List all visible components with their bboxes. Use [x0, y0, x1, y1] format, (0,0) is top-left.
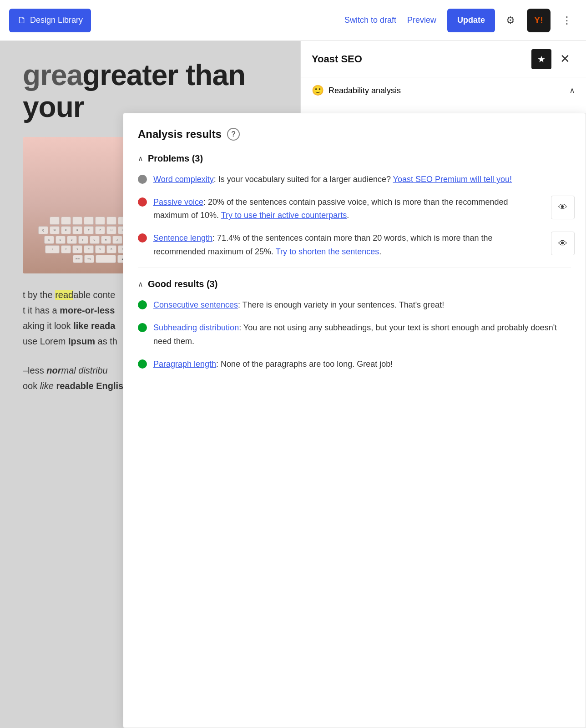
status-dot-green-paragraph	[138, 359, 147, 369]
section-divider	[138, 268, 571, 268]
item-text-consecutive: Consecutive sentences: There is enough v…	[153, 298, 566, 312]
analysis-item-sentence-length: Sentence length: 71.4% of the sentences …	[138, 232, 571, 258]
panel-header-actions: ★ ✕	[531, 49, 575, 69]
toolbar-right: ⚙ Y! ⋮	[500, 9, 577, 32]
key	[50, 217, 60, 225]
key: D	[67, 236, 77, 244]
analysis-item-subheading: Subheading distribution: You are not usi…	[138, 321, 571, 348]
key: C	[84, 245, 94, 253]
shorten-sentences-link[interactable]: Try to shorten the sentences	[276, 247, 379, 256]
toolbar: 🗋 Design Library Switch to draft Preview…	[0, 0, 586, 41]
analysis-title: Analysis results	[138, 128, 222, 141]
status-dot-red-passive	[138, 197, 147, 207]
sentence-length-eye-button[interactable]: 👁	[551, 232, 575, 255]
key: Alt Gr	[73, 255, 83, 263]
help-icon[interactable]: ?	[227, 128, 240, 141]
subheading-distribution-link[interactable]: Subheading distribution	[153, 323, 239, 332]
star-button[interactable]: ★	[531, 49, 551, 69]
eye-icon-2: 👁	[558, 238, 567, 249]
key: E	[61, 226, 71, 234]
key: Q	[38, 226, 48, 234]
key: X	[72, 245, 82, 253]
key: H	[101, 236, 111, 244]
analysis-item-word-complexity: Word complexity: Is your vocabulary suit…	[138, 173, 571, 187]
good-results-section-toggle[interactable]: ∧ Good results (3)	[138, 279, 571, 289]
item-text-passive-voice: Passive voice: 20% of the sentences cont…	[153, 196, 539, 222]
item-text-sentence-length: Sentence length: 71.4% of the sentences …	[153, 232, 539, 258]
analysis-item-consecutive: Consecutive sentences: There is enough v…	[138, 298, 571, 312]
readability-section[interactable]: 🙂 Readability analysis ∧	[301, 77, 586, 104]
more-options-button[interactable]: ⋮	[557, 10, 577, 30]
design-library-button[interactable]: 🗋 Design Library	[9, 9, 91, 32]
item-text-word-complexity: Word complexity: Is your vocabulary suit…	[153, 173, 566, 187]
preview-button[interactable]: Preview	[407, 15, 436, 25]
status-dot-red-sentence	[138, 233, 147, 243]
analysis-item-passive-voice: Passive voice: 20% of the sentences cont…	[138, 196, 571, 222]
status-dot-gray	[138, 175, 147, 184]
key: R	[72, 226, 82, 234]
key	[72, 217, 82, 225]
settings-button[interactable]: ⚙	[500, 10, 520, 30]
key: V	[95, 245, 105, 253]
key: ⇧	[45, 245, 60, 253]
yoast-avatar: Y!	[527, 9, 551, 32]
item-text-subheading: Subheading distribution: You are not usi…	[153, 321, 566, 348]
key: F	[78, 236, 88, 244]
close-icon: ✕	[560, 52, 570, 66]
key: A	[44, 236, 54, 244]
good-results-label: Good results (3)	[148, 279, 217, 289]
key: Strg	[84, 255, 94, 263]
passive-voice-link[interactable]: Passive voice	[153, 197, 203, 207]
analysis-item-paragraph: Paragraph length: None of the paragraphs…	[138, 358, 571, 371]
key: W	[50, 226, 60, 234]
paragraph-length-link[interactable]: Paragraph length	[153, 359, 216, 369]
toolbar-center: Switch to draft Preview Update	[344, 9, 495, 32]
chevron-up-icon: ∧	[138, 154, 143, 163]
smiley-icon: 🙂	[312, 85, 324, 96]
active-counterparts-link[interactable]: Try to use their active counterparts	[221, 211, 347, 220]
toolbar-left: 🗋 Design Library	[9, 9, 339, 32]
consecutive-sentences-link[interactable]: Consecutive sentences	[153, 300, 238, 309]
settings-icon: ⚙	[506, 15, 515, 26]
page-icon: 🗋	[17, 15, 26, 25]
key: S	[56, 236, 66, 244]
key	[61, 217, 71, 225]
key: G	[90, 236, 100, 244]
item-text-paragraph: Paragraph length: None of the paragraphs…	[153, 358, 566, 371]
word-complexity-link[interactable]: Word complexity	[153, 175, 214, 184]
key: T	[84, 226, 94, 234]
close-panel-button[interactable]: ✕	[555, 49, 575, 69]
key: U	[106, 226, 116, 234]
yoast-premium-link[interactable]: Yoast SEO Premium will tell you!	[393, 175, 512, 184]
yoast-letters: Y!	[534, 15, 543, 25]
update-button[interactable]: Update	[447, 9, 495, 32]
key: Z	[95, 226, 105, 234]
key	[84, 217, 94, 225]
key: B	[106, 245, 116, 253]
key	[96, 255, 116, 263]
chevron-up-icon: ∧	[569, 86, 575, 96]
eye-icon: 👁	[558, 202, 567, 212]
analysis-panel: Analysis results ? ∧ Problems (3) Word c…	[123, 113, 586, 728]
panel-header: Yoast SEO ★ ✕	[301, 41, 586, 77]
chevron-up-icon-good: ∧	[138, 280, 143, 288]
analysis-header: Analysis results ?	[138, 128, 571, 141]
help-text: ?	[231, 130, 236, 138]
readability-text: Readability analysis	[328, 86, 401, 96]
key: J	[112, 236, 122, 244]
sentence-length-link[interactable]: Sentence length	[153, 233, 212, 243]
key	[106, 217, 116, 225]
switch-to-draft-button[interactable]: Switch to draft	[344, 15, 396, 25]
status-dot-green-subheading	[138, 323, 147, 332]
problems-section-toggle[interactable]: ∧ Problems (3)	[138, 153, 571, 164]
panel-title: Yoast SEO	[312, 53, 362, 65]
star-icon: ★	[537, 54, 546, 65]
key	[95, 217, 105, 225]
readability-label: 🙂 Readability analysis	[312, 85, 401, 96]
design-library-label: Design Library	[30, 15, 83, 25]
key: Y	[61, 245, 71, 253]
passive-voice-eye-button[interactable]: 👁	[551, 196, 575, 219]
more-icon: ⋮	[562, 15, 572, 26]
status-dot-green-consecutive	[138, 300, 147, 309]
problems-label: Problems (3)	[148, 153, 203, 164]
